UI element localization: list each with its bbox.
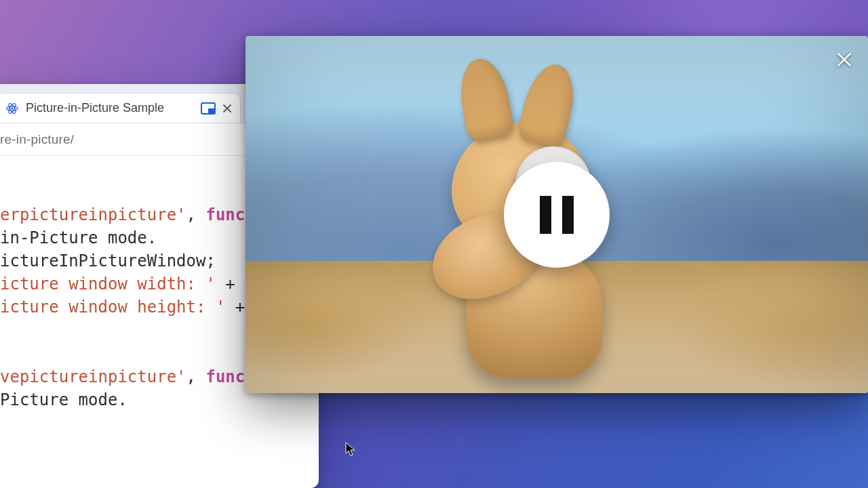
close-icon[interactable]	[222, 104, 232, 113]
svg-point-0	[11, 107, 13, 109]
pause-icon	[540, 196, 551, 234]
browser-tab-active[interactable]: Picture-in-Picture Sample	[0, 93, 241, 123]
tab-title: Picture-in-Picture Sample	[26, 101, 194, 115]
pause-icon	[562, 196, 574, 234]
close-icon[interactable]	[835, 51, 853, 68]
url-fragment: re-in-picture/	[0, 132, 74, 147]
pause-button[interactable]	[504, 162, 610, 268]
pip-window[interactable]	[245, 36, 868, 393]
react-icon	[5, 102, 19, 115]
pip-indicator-icon	[201, 102, 216, 115]
